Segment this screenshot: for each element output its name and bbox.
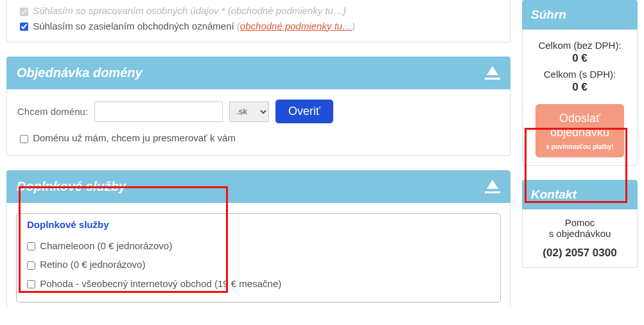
terms-paren-close: ) <box>352 21 355 31</box>
submit-order-button[interactable]: Odoslať objednávku s povinnosťou platby! <box>535 104 624 157</box>
consent-marketing-checkbox[interactable] <box>20 22 28 31</box>
consent-box: Súhlasím so spracovaním osobných údajov … <box>6 0 510 42</box>
addons-title: Doplnkové služby <box>17 179 126 194</box>
addon-label: Chameleoon (0 € jednorázovo) <box>40 240 172 251</box>
consent-marketing-label: Súhlasím so zasielaním obchodných oznáme… <box>33 21 234 31</box>
summary-body: Celkom (bez DPH): 0 € Celkom (s DPH): 0 … <box>522 30 638 166</box>
contact-panel: Kontakt Pomoc s objednávkou (02) 2057 03… <box>522 180 638 268</box>
addon-label: Retino (0 € jednorázovo) <box>40 259 145 270</box>
help-line2: s objednávkou <box>529 228 631 239</box>
contact-body: Pomoc s objednávkou (02) 2057 0300 <box>522 209 638 268</box>
domain-order-header: Objednávka domény <box>6 57 510 89</box>
collapse-icon[interactable] <box>485 180 500 193</box>
addons-header: Doplnkové služby <box>6 170 510 203</box>
addons-body: Doplnkové služby Chameleoon (0 € jednorá… <box>6 203 510 308</box>
domain-input-row: Chcem doménu: .sk Overiť <box>17 100 500 123</box>
redirect-label: Doménu už mám, chcem ju presmerovať k vá… <box>33 132 236 143</box>
addons-fieldset: Doplnkové služby Chameleoon (0 € jednorá… <box>16 213 501 303</box>
consent-personal-data-row: Súhlasím so spracovaním osobných údajov … <box>17 5 500 18</box>
redirect-row: Doménu už mám, chcem ju presmerovať k vá… <box>17 132 500 145</box>
consent-marketing-row: Súhlasím so zasielaním obchodných oznáme… <box>17 21 500 33</box>
collapse-icon[interactable] <box>485 66 500 80</box>
addon-row: Pohoda - všeobecný internetový obchod (1… <box>24 278 492 291</box>
total-label: Celkom (s DPH): <box>529 69 631 80</box>
addon-retino-checkbox[interactable] <box>27 261 35 270</box>
domain-order-panel: Objednávka domény Chcem doménu: .sk Over… <box>6 57 510 156</box>
consent-personal-data-label: Súhlasím so spracovaním osobných údajov … <box>33 5 346 16</box>
domain-order-body: Chcem doménu: .sk Overiť Doménu už mám, … <box>6 89 510 156</box>
want-domain-label: Chcem doménu: <box>17 106 88 117</box>
addon-row: Retino (0 € jednorázovo) <box>24 259 492 272</box>
addons-legend: Doplnkové služby <box>24 219 112 230</box>
submit-line2: objednávku <box>550 126 609 139</box>
addons-panel: Doplnkové služby Doplnkové služby Chamel… <box>6 170 510 308</box>
subtotal-value: 0 € <box>529 52 631 65</box>
domain-name-input[interactable] <box>94 101 223 122</box>
addon-label: Pohoda - všeobecný internetový obchod (1… <box>40 278 281 289</box>
contact-phone: (02) 2057 0300 <box>529 247 631 259</box>
addon-chameleoon-checkbox[interactable] <box>27 242 35 250</box>
summary-title: Súhrn <box>522 0 638 30</box>
addon-row: Chameleoon (0 € jednorázovo) <box>24 240 492 253</box>
subtotal-label: Celkom (bez DPH): <box>529 40 631 51</box>
terms-link[interactable]: obchodné podmienky tu… <box>240 21 352 31</box>
redirect-checkbox[interactable] <box>20 135 28 143</box>
submit-note: s povinnosťou platby! <box>542 143 618 151</box>
total-value: 0 € <box>529 81 631 94</box>
help-line1: Pomoc <box>529 217 631 228</box>
tld-select[interactable]: .sk <box>229 101 269 122</box>
summary-panel: Súhrn Celkom (bez DPH): 0 € Celkom (s DP… <box>522 0 638 166</box>
contact-title: Kontakt <box>522 180 638 209</box>
submit-line1: Odoslať <box>559 112 600 125</box>
verify-button[interactable]: Overiť <box>275 100 333 123</box>
domain-order-title: Objednávka domény <box>17 66 143 80</box>
addon-pohoda-checkbox[interactable] <box>27 280 35 288</box>
consent-personal-data-checkbox <box>20 8 28 16</box>
